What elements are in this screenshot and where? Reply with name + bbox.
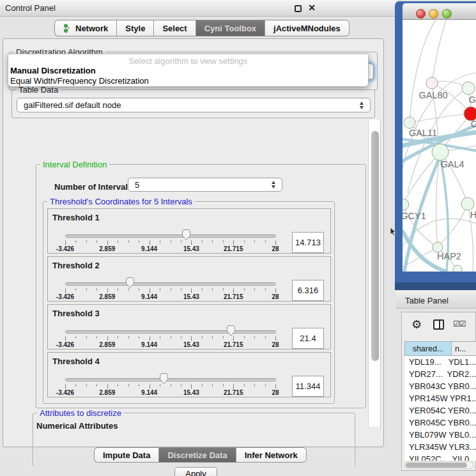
table-row[interactable]: YDL19...YDL1... [404, 356, 476, 368]
table-row[interactable]: YIL052CYIL0... [404, 453, 476, 461]
table-row[interactable]: YLR345WYLR3... [404, 441, 476, 453]
tick-label: 2.859 [99, 389, 115, 396]
panel-scrollbar[interactable] [368, 119, 381, 427]
minimize-traffic-light-icon[interactable] [429, 9, 438, 19]
columns-icon[interactable] [433, 319, 444, 330]
threshold-label: Threshold 3 [52, 309, 100, 318]
slider-thumb[interactable] [226, 325, 236, 337]
popup-item-equal-width[interactable]: Equal Width/Frequency Discretization [10, 76, 149, 86]
bottom-tabs: Impute Data Discretize Data Infer Networ… [94, 447, 307, 463]
network-window-titlebar [403, 3, 476, 20]
tick-label: 2.859 [99, 293, 115, 300]
tick-label: 21.715 [224, 341, 243, 348]
tab-network[interactable]: Network [54, 20, 117, 36]
combo-arrows-icon [360, 102, 364, 109]
network-view-window: GAL80GACGAL11GAL4GCY1HHAP2 [395, 1, 476, 290]
tab-impute-data[interactable]: Impute Data [94, 447, 159, 463]
tick-label: 15.43 [183, 293, 199, 300]
tab-infer-network[interactable]: Infer Network [236, 447, 307, 463]
tick-label: -3.426 [56, 293, 74, 300]
column-header-name[interactable]: n... [452, 341, 476, 356]
interval-definition-group: Interval Definition Number of Intervals … [36, 164, 366, 408]
slider-track[interactable] [65, 282, 276, 286]
popup-placeholder: Select algorithm to view settings [8, 56, 368, 66]
close-traffic-light-icon[interactable] [416, 9, 426, 19]
network-node[interactable] [461, 197, 474, 210]
slider-thumb[interactable] [125, 277, 135, 289]
threshold-panel-1: Threshold 1 14.713 -3.4262.8599.14415.43… [47, 208, 331, 254]
network-node[interactable] [462, 82, 475, 95]
network-node-label: GAL80 [418, 90, 447, 100]
close-icon[interactable]: ✕ [308, 3, 316, 13]
tick-label: 28 [272, 245, 279, 252]
network-node[interactable] [403, 199, 409, 210]
network-node-label: GAL4 [440, 159, 464, 169]
select-columns-checkboxes-icon[interactable]: ☑☑ [453, 319, 466, 328]
table-toolbar: ⚙ ☑☑ [402, 312, 475, 339]
tab-style[interactable]: Style [117, 20, 154, 36]
table-data-value: galFiltered.sif default node [24, 100, 121, 110]
mouse-cursor [390, 227, 396, 236]
float-window-icon[interactable] [295, 5, 302, 12]
table-row[interactable]: YER054CYER0... [404, 404, 476, 417]
tick-label: 28 [272, 293, 279, 300]
table-row[interactable]: YBR043CYBR0... [404, 380, 476, 392]
scrollbar-thumb[interactable] [406, 463, 467, 468]
table-header-row: shared... n... [404, 341, 476, 356]
table-body[interactable]: YDL19...YDL1... YDR27...YDR2... YBR043CY… [404, 356, 476, 461]
table-row[interactable]: YPR145WYPR1... [404, 392, 476, 404]
slider-thumb[interactable] [181, 229, 191, 241]
network-node[interactable] [404, 117, 415, 128]
tab-select[interactable]: Select [154, 20, 196, 36]
threshold-panel-3: Threshold 3 21.4 -3.4262.8599.14415.4321… [47, 304, 331, 349]
tick-label: 15.43 [183, 341, 199, 348]
network-node[interactable] [426, 77, 438, 89]
cyni-toolbox-panel: Discretization Algorithm Table Data galF… [3, 38, 384, 447]
table-horizontal-scrollbar[interactable] [404, 461, 473, 469]
tick-label: -3.426 [56, 389, 74, 396]
network-node-label: HAP2 [437, 251, 461, 261]
control-panel-tabs: Network Style Select Cyni Toolbox jActiv… [54, 20, 349, 36]
tab-discretize-data[interactable]: Discretize Data [159, 447, 236, 463]
threshold-value-field[interactable]: 6.316 [292, 280, 324, 301]
network-window-bottom-frame [395, 282, 476, 290]
threshold-value-field[interactable]: 21.4 [292, 328, 324, 349]
threshold-value-field[interactable]: 14.713 [292, 232, 324, 253]
slider-track[interactable] [65, 234, 276, 238]
table-row[interactable]: YBL079WYBL0... [404, 429, 476, 441]
threshold-panel-4: Threshold 4 11.344 -3.4262.8599.14415.43… [47, 352, 331, 397]
threshold-label: Threshold 1 [52, 213, 100, 222]
intervals-value: 5 [135, 180, 139, 190]
scrollbar-thumb[interactable] [371, 131, 379, 361]
table-row[interactable]: YDR27...YDR2... [404, 368, 476, 380]
group-title: Attributes to discretize [37, 408, 124, 418]
apply-button[interactable]: Apply [174, 467, 217, 476]
tick-label: -3.426 [56, 245, 74, 252]
table-panel-titlebar: Table Panel [396, 291, 476, 309]
network-node-label: GCY1 [403, 211, 426, 221]
slider-track[interactable] [65, 330, 276, 334]
network-node[interactable] [432, 144, 449, 160]
column-header-shared-name[interactable]: shared... [404, 341, 452, 356]
table-row[interactable]: YBR045CYBR0... [404, 417, 476, 429]
tick-label: 9.144 [141, 341, 157, 348]
network-node-label: H [470, 210, 476, 220]
zoom-traffic-light-icon[interactable] [442, 9, 452, 19]
gear-icon[interactable]: ⚙ [411, 318, 422, 332]
slider-thumb[interactable] [159, 373, 169, 385]
tick-label: 21.715 [224, 389, 243, 396]
number-of-intervals-label: Number of Intervals [54, 182, 132, 192]
number-of-intervals-combobox[interactable]: 5 [128, 178, 282, 192]
group-title: Interval Definition [40, 160, 109, 169]
tab-cyni-toolbox[interactable]: Cyni Toolbox [196, 20, 265, 36]
tick-label: 28 [272, 389, 279, 396]
tab-jactivemnodules[interactable]: jActiveMNodules [265, 20, 349, 36]
table-data-combobox[interactable]: galFiltered.sif default node [17, 98, 371, 112]
threshold-value-field[interactable]: 11.344 [292, 376, 324, 397]
popup-item-manual-discretization[interactable]: Manual Discretization [10, 66, 96, 75]
slider-track[interactable] [65, 378, 276, 381]
tick-label: 2.859 [99, 245, 115, 252]
network-canvas[interactable]: GAL80GACGAL11GAL4GCY1HHAP2 [403, 20, 476, 272]
tick-label: 15.43 [183, 389, 199, 396]
network-node[interactable] [453, 265, 462, 272]
